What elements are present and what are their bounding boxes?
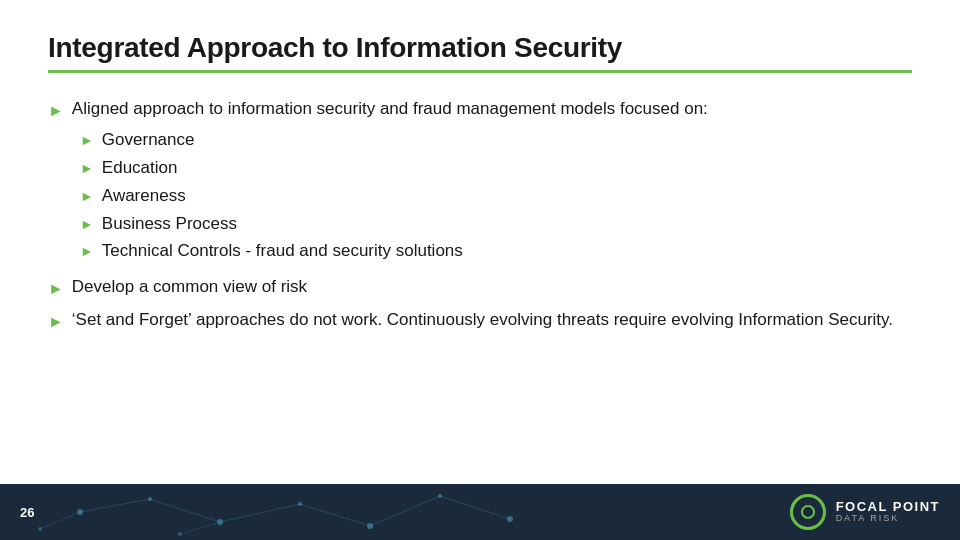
bullet-1: ► Aligned approach to information securi… [48,97,912,263]
svg-line-15 [40,512,80,529]
bullet-text-1: Aligned approach to information security… [72,97,708,122]
sub-arrow-education: ► [80,159,94,179]
main-content: Integrated Approach to Information Secur… [0,0,960,360]
svg-line-13 [370,496,440,526]
svg-line-9 [80,499,150,512]
title-container: Integrated Approach to Information Secur… [48,32,912,73]
bullet-arrow-1: ► [48,99,64,122]
sub-arrow-governance: ► [80,131,94,151]
sub-bullet-education: ► Education [80,156,912,180]
svg-line-12 [300,504,370,526]
logo-focal-point-text: FOCAL POINT [836,500,940,514]
bullet-arrow-2: ► [48,277,64,300]
bullet-item-3: ► ‘Set and Forget’ approaches do not wor… [48,308,912,333]
bullet-arrow-3: ► [48,310,64,333]
bullet-item-2: ► Develop a common view of risk [48,275,912,300]
footer: 26 FOCAL POINT DATA RISK [0,484,960,540]
svg-line-11 [220,504,300,522]
sub-arrow-awareness: ► [80,187,94,207]
bullet-item-1: ► Aligned approach to information securi… [48,97,912,122]
sub-text-awareness: Awareness [102,184,186,208]
bullet-text-3: ‘Set and Forget’ approaches do not work.… [72,308,893,333]
svg-line-14 [440,496,510,519]
logo-inner-circle-icon [801,505,815,519]
network-background [0,484,700,540]
page-title: Integrated Approach to Information Secur… [48,32,912,64]
bullet-text-2: Develop a common view of risk [72,275,307,300]
sub-bullet-governance: ► Governance [80,128,912,152]
sub-arrow-technical: ► [80,242,94,262]
sub-bullets-1: ► Governance ► Education ► Awareness ► B… [80,128,912,263]
sub-bullet-technical: ► Technical Controls - fraud and securit… [80,239,912,263]
bullets-section: ► Aligned approach to information securi… [48,97,912,334]
sub-text-education: Education [102,156,178,180]
svg-line-16 [180,522,220,534]
sub-bullet-business: ► Business Process [80,212,912,236]
sub-text-technical: Technical Controls - fraud and security … [102,239,463,263]
logo-circle-icon [790,494,826,530]
sub-arrow-business: ► [80,215,94,235]
svg-line-10 [150,499,220,522]
sub-bullet-awareness: ► Awareness [80,184,912,208]
logo-data-risk-text: DATA RISK [836,514,940,524]
sub-text-governance: Governance [102,128,195,152]
footer-logo: FOCAL POINT DATA RISK [790,494,940,530]
logo-text: FOCAL POINT DATA RISK [836,500,940,524]
sub-text-business: Business Process [102,212,237,236]
